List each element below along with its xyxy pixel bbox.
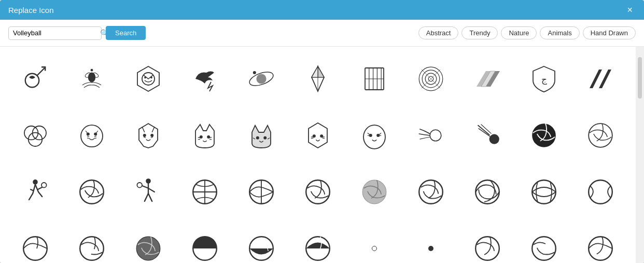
icon-cell[interactable] [8,165,63,219]
svg-point-70 [419,180,443,204]
icon-cell[interactable] [573,108,627,163]
icon-grid-container[interactable]: ج [0,47,636,263]
icon-cell[interactable] [234,222,289,263]
svg-marker-16 [312,66,318,77]
search-input[interactable] [13,29,100,37]
svg-marker-48 [309,123,327,148]
icon-cell[interactable] [8,108,63,163]
icon-grid: ج [8,52,627,263]
icon-cell[interactable] [573,222,627,263]
icon-cell[interactable] [516,108,571,163]
icon-cell[interactable] [121,52,176,106]
svg-point-75 [24,237,48,260]
svg-point-46 [256,136,259,140]
svg-marker-34 [599,70,611,88]
svg-point-59 [41,183,47,188]
icon-cell[interactable] [65,52,119,106]
svg-point-56 [532,124,556,148]
icon-cell[interactable] [460,52,514,106]
scrollbar[interactable] [636,47,644,263]
svg-point-57 [589,124,612,148]
icon-cell[interactable] [403,108,458,163]
svg-point-58 [33,179,38,185]
svg-point-60 [80,180,104,204]
icon-cell[interactable] [403,165,458,219]
svg-text:ج: ج [541,75,547,86]
close-button[interactable]: × [624,4,636,16]
icon-cell[interactable] [234,165,289,219]
icon-cell[interactable] [347,108,401,163]
svg-point-69 [362,180,386,204]
svg-point-81 [475,237,499,260]
icon-cell[interactable] [178,165,232,219]
filter-nature[interactable]: Nature [501,26,537,39]
icon-cell[interactable] [234,52,289,106]
icon-cell[interactable] [460,222,514,263]
icon-cell[interactable] [460,108,514,163]
svg-point-51 [363,126,385,149]
icon-cell[interactable] [234,108,289,163]
svg-point-10 [256,74,266,84]
icon-cell[interactable] [460,165,514,219]
icon-cell[interactable] [291,222,345,263]
svg-point-77 [136,237,160,260]
icon-cell[interactable] [121,108,176,163]
svg-point-39 [87,133,90,136]
svg-point-62 [137,183,143,188]
search-button[interactable]: Search [106,26,146,40]
icon-cell[interactable] [516,165,571,219]
icon-cell[interactable] [121,165,176,219]
filter-trendy[interactable]: Trendy [461,26,498,39]
svg-point-42 [143,134,146,137]
svg-point-4 [91,69,93,72]
icon-cell[interactable] [65,222,119,263]
svg-marker-41 [139,124,158,148]
icon-cell[interactable] [291,165,345,219]
svg-point-55 [489,134,499,144]
pagination-empty-cell [347,222,401,263]
icon-cell[interactable] [291,108,345,163]
icon-cell[interactable] [403,52,458,106]
icon-cell[interactable] [178,108,232,163]
icon-cell[interactable] [65,108,119,163]
icon-cell[interactable] [347,165,401,219]
replace-icon-modal: Replace Icon × 🔍 Search Abstract Trendy … [0,0,644,263]
icon-cell[interactable] [121,222,176,263]
modal-title: Replace Icon [8,6,54,15]
icon-cell[interactable] [65,165,119,219]
pagination-filled-cell [403,222,458,263]
filter-animals[interactable]: Animals [540,26,579,39]
icon-cell[interactable] [178,222,232,263]
filter-abstract[interactable]: Abstract [418,26,459,39]
svg-point-47 [263,136,267,140]
icon-cell[interactable] [516,222,571,263]
svg-point-54 [430,130,441,142]
filter-tags: Abstract Trendy Nature Animals Hand Draw… [418,26,636,39]
svg-marker-15 [318,66,324,77]
icon-cell[interactable]: ج [516,52,571,106]
svg-point-73 [589,180,612,204]
scrollbar-thumb[interactable] [638,57,642,99]
modal-header: Replace Icon × [0,0,644,20]
svg-point-68 [306,180,330,204]
icon-cell[interactable] [347,52,401,106]
filter-hand-drawn[interactable]: Hand Drawn [583,26,636,39]
search-wrapper: 🔍 [8,26,102,40]
icon-cell[interactable] [8,222,63,263]
modal-body: ج [0,47,644,263]
svg-point-72 [532,180,556,204]
toolbar: 🔍 Search Abstract Trendy Nature Animals … [0,20,644,47]
icon-cell[interactable] [8,52,63,106]
icon-cell[interactable] [291,52,345,106]
svg-point-83 [589,237,612,260]
pagination-dot-filled [428,246,433,251]
svg-point-43 [150,134,153,137]
icon-cell[interactable] [178,52,232,106]
svg-point-8 [150,77,152,79]
svg-point-1 [88,73,95,82]
svg-marker-33 [590,70,602,88]
icon-cell[interactable] [573,165,627,219]
pagination-dot-empty [372,246,377,251]
svg-point-82 [532,237,556,260]
icon-cell[interactable] [573,52,627,106]
